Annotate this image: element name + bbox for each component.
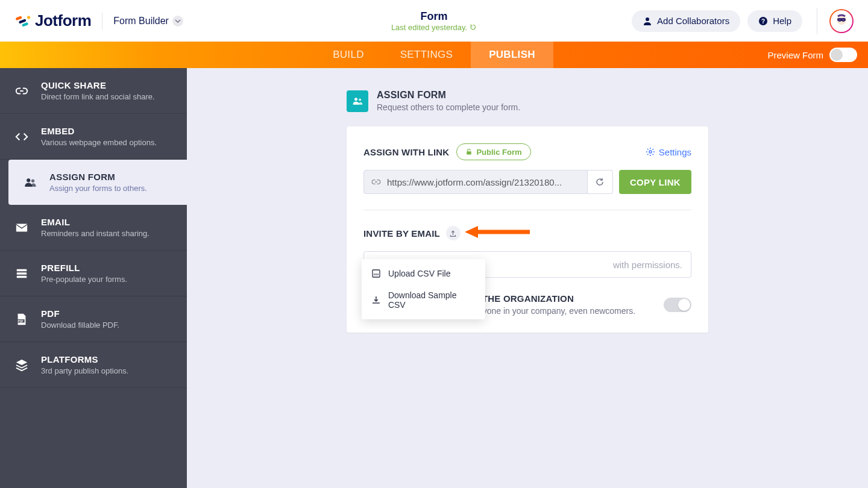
divider: [363, 210, 691, 210]
svg-rect-13: [16, 224, 27, 231]
unlock-icon: [465, 148, 473, 155]
page-title: ASSIGN FORM: [377, 90, 520, 101]
divider: [817, 8, 817, 34]
revision-icon[interactable]: [470, 23, 477, 31]
tab-publish[interactable]: PUBLISH: [471, 42, 553, 68]
logo-text: Jotform: [35, 11, 91, 30]
help-icon: ?: [758, 16, 768, 26]
svg-text:csv: csv: [374, 272, 379, 276]
main-content: ASSIGN FORM Request others to complete y…: [187, 68, 868, 488]
link-input-group: https://www.jotform.com/assign/21320180.…: [363, 170, 613, 194]
public-form-badge[interactable]: Public Form: [456, 143, 530, 160]
form-title[interactable]: Form: [391, 10, 477, 23]
logo-mark-icon: [14, 13, 31, 30]
chevron-down-icon: [172, 16, 183, 27]
sidebar-item-pdf[interactable]: PDF PDFDownload fillable PDF.: [0, 296, 187, 342]
assign-form-icon: [347, 90, 368, 112]
download-icon: [371, 295, 381, 305]
annotation-arrow: [465, 224, 531, 240]
email-placeholder-trail: with permissions.: [613, 260, 682, 270]
avatar[interactable]: [829, 9, 854, 33]
svg-rect-2: [22, 22, 28, 27]
refresh-link-button[interactable]: [588, 170, 613, 194]
csv-options-button[interactable]: [446, 226, 461, 240]
svg-point-11: [27, 178, 31, 182]
copy-link-button[interactable]: COPY LINK: [619, 170, 691, 194]
preview-toggle[interactable]: [829, 48, 857, 62]
person-icon: [643, 16, 652, 26]
svg-point-20: [359, 98, 361, 101]
form-builder-dropdown[interactable]: Form Builder: [113, 16, 183, 27]
svg-point-3: [27, 16, 30, 19]
download-sample-csv-item[interactable]: Download Sample CSV: [362, 284, 485, 316]
svg-point-19: [354, 98, 357, 101]
people-icon: [24, 176, 37, 189]
sidebar-item-quick-share[interactable]: QUICK SHAREDirect form link and social s…: [0, 68, 187, 114]
pdf-icon: PDF: [15, 313, 28, 326]
page-header: ASSIGN FORM Request others to complete y…: [347, 90, 708, 112]
upload-icon: [449, 230, 457, 237]
csv-dropdown: csv Upload CSV File Download Sample CSV: [362, 259, 485, 319]
svg-rect-14: [17, 269, 27, 271]
tab-settings[interactable]: SETTINGS: [382, 42, 471, 68]
form-builder-label: Form Builder: [113, 16, 169, 27]
sidebar-item-email[interactable]: EMAILReminders and instant sharing.: [0, 205, 187, 251]
svg-rect-21: [467, 151, 472, 154]
refresh-icon: [595, 177, 605, 187]
sidebar: QUICK SHAREDirect form link and social s…: [0, 68, 187, 488]
help-button[interactable]: ? Help: [747, 10, 802, 32]
link-icon: [371, 177, 381, 187]
svg-point-22: [649, 151, 652, 153]
svg-rect-0: [15, 16, 22, 20]
sidebar-item-platforms[interactable]: PLATFORMS3rd party publish options.: [0, 342, 187, 388]
settings-link[interactable]: Settings: [646, 147, 691, 157]
logo[interactable]: Jotform: [14, 11, 91, 30]
layers-icon: [15, 358, 28, 372]
svg-text:?: ?: [761, 18, 765, 25]
add-collaborators-button[interactable]: Add Collaborators: [632, 10, 740, 32]
svg-marker-24: [465, 226, 478, 238]
assign-org-toggle[interactable]: [664, 298, 691, 312]
invite-by-email-title: INVITE BY EMAIL: [363, 228, 440, 239]
divider: [102, 13, 102, 30]
top-header: Jotform Form Builder Form Last edited ye…: [0, 0, 868, 42]
gear-icon: [646, 147, 655, 157]
assign-with-link-title: ASSIGN WITH LINK: [363, 147, 449, 157]
svg-text:PDF: PDF: [18, 319, 24, 322]
preview-form-label: Preview Form: [767, 50, 823, 60]
preview-form-toggle-group: Preview Form: [767, 42, 857, 68]
code-icon: [15, 130, 28, 143]
assign-link-field[interactable]: https://www.jotform.com/assign/21320180.…: [363, 170, 588, 194]
svg-point-12: [31, 179, 34, 182]
header-right: Add Collaborators ? Help: [632, 8, 854, 34]
sidebar-item-prefill[interactable]: PREFILLPre-populate your forms.: [0, 251, 187, 296]
page-subtitle: Request others to complete your form.: [377, 102, 520, 112]
invite-by-email-header: INVITE BY EMAIL: [363, 226, 691, 240]
tabs-bar: BUILD SETTINGS PUBLISH Preview Form: [0, 42, 868, 68]
last-edited: Last edited yesterday.: [391, 23, 477, 32]
csv-icon: csv: [371, 269, 381, 278]
svg-point-4: [646, 17, 649, 21]
avatar-face-icon: [833, 13, 850, 30]
sidebar-item-embed[interactable]: EMBEDVarious webpage embed options.: [0, 114, 187, 160]
upload-csv-item[interactable]: csv Upload CSV File: [362, 263, 485, 284]
sidebar-item-assign-form[interactable]: ASSIGN FORMAssign your forms to others.: [8, 160, 187, 205]
svg-rect-16: [17, 275, 27, 278]
prefill-icon: [15, 267, 28, 280]
svg-rect-15: [17, 272, 27, 275]
email-icon: [15, 221, 28, 234]
tab-build[interactable]: BUILD: [315, 42, 382, 68]
link-icon: [15, 84, 28, 98]
form-title-area: Form Last edited yesterday.: [391, 10, 477, 32]
